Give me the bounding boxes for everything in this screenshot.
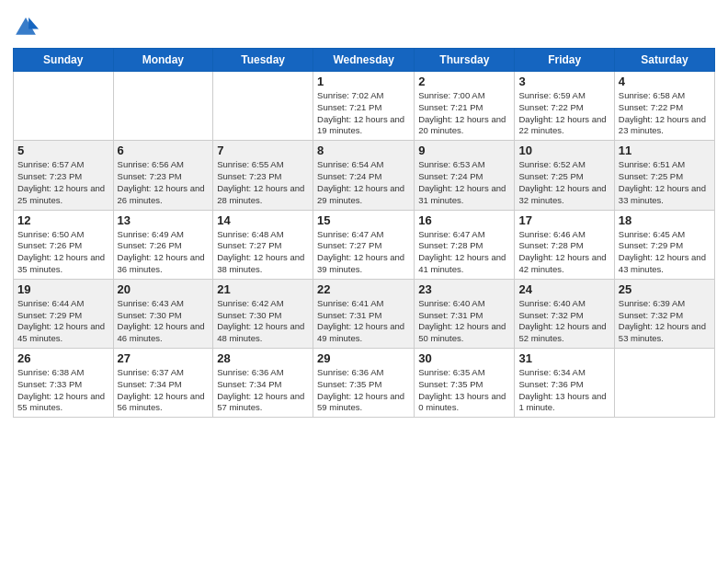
day-number: 2	[418, 75, 510, 88]
day-info: Sunrise: 6:58 AMSunset: 7:22 PMDaylight:…	[619, 90, 711, 137]
weekday-header-tuesday: Tuesday	[213, 49, 313, 72]
day-info: Sunrise: 6:51 AMSunset: 7:25 PMDaylight:…	[619, 159, 711, 206]
week-row-5: 26Sunrise: 6:38 AMSunset: 7:33 PMDayligh…	[14, 349, 715, 418]
empty-cell	[14, 72, 114, 141]
day-number: 18	[619, 213, 711, 227]
day-number: 3	[518, 75, 609, 88]
day-number: 4	[619, 75, 711, 88]
day-number: 16	[418, 213, 510, 227]
day-cell-22: 22Sunrise: 6:41 AMSunset: 7:31 PMDayligh…	[313, 279, 415, 348]
day-cell-26: 26Sunrise: 6:38 AMSunset: 7:33 PMDayligh…	[14, 349, 114, 418]
weekday-header-wednesday: Wednesday	[313, 49, 415, 72]
day-info: Sunrise: 6:42 AMSunset: 7:30 PMDaylight:…	[217, 298, 309, 345]
day-info: Sunrise: 7:00 AMSunset: 7:21 PMDaylight:…	[418, 90, 510, 137]
week-row-1: 1Sunrise: 7:02 AMSunset: 7:21 PMDaylight…	[14, 72, 715, 141]
day-info: Sunrise: 6:56 AMSunset: 7:23 PMDaylight:…	[118, 159, 210, 206]
calendar-table: SundayMondayTuesdayWednesdayThursdayFrid…	[13, 48, 715, 418]
day-number: 28	[217, 351, 309, 365]
day-number: 6	[118, 144, 210, 157]
day-cell-5: 5Sunrise: 6:57 AMSunset: 7:23 PMDaylight…	[14, 141, 114, 210]
day-cell-1: 1Sunrise: 7:02 AMSunset: 7:21 PMDaylight…	[313, 72, 415, 141]
day-cell-7: 7Sunrise: 6:55 AMSunset: 7:23 PMDaylight…	[213, 141, 313, 210]
day-cell-9: 9Sunrise: 6:53 AMSunset: 7:24 PMDaylight…	[415, 141, 515, 210]
day-info: Sunrise: 6:52 AMSunset: 7:25 PMDaylight:…	[518, 159, 609, 206]
weekday-header-monday: Monday	[113, 49, 213, 72]
day-number: 12	[17, 213, 109, 227]
empty-cell	[113, 72, 213, 141]
day-number: 15	[317, 213, 410, 227]
day-info: Sunrise: 7:02 AMSunset: 7:21 PMDaylight:…	[317, 90, 410, 137]
logo-icon	[13, 15, 39, 40]
day-number: 31	[518, 351, 609, 365]
week-row-2: 5Sunrise: 6:57 AMSunset: 7:23 PMDaylight…	[14, 141, 715, 210]
day-cell-10: 10Sunrise: 6:52 AMSunset: 7:25 PMDayligh…	[515, 141, 614, 210]
day-info: Sunrise: 6:34 AMSunset: 7:36 PMDaylight:…	[518, 367, 609, 414]
day-number: 13	[118, 213, 210, 227]
empty-cell	[614, 349, 714, 418]
day-info: Sunrise: 6:50 AMSunset: 7:26 PMDaylight:…	[17, 229, 109, 276]
day-info: Sunrise: 6:39 AMSunset: 7:32 PMDaylight:…	[619, 298, 711, 345]
day-info: Sunrise: 6:43 AMSunset: 7:30 PMDaylight:…	[118, 298, 210, 345]
day-cell-16: 16Sunrise: 6:47 AMSunset: 7:28 PMDayligh…	[415, 210, 515, 279]
logo	[13, 15, 42, 40]
day-info: Sunrise: 6:53 AMSunset: 7:24 PMDaylight:…	[418, 159, 510, 206]
day-cell-19: 19Sunrise: 6:44 AMSunset: 7:29 PMDayligh…	[14, 279, 114, 348]
day-number: 10	[518, 144, 609, 157]
day-info: Sunrise: 6:59 AMSunset: 7:22 PMDaylight:…	[518, 90, 609, 137]
week-row-4: 19Sunrise: 6:44 AMSunset: 7:29 PMDayligh…	[14, 279, 715, 348]
day-number: 30	[418, 351, 510, 365]
day-cell-18: 18Sunrise: 6:45 AMSunset: 7:29 PMDayligh…	[614, 210, 714, 279]
weekday-header-saturday: Saturday	[614, 49, 714, 72]
day-info: Sunrise: 6:55 AMSunset: 7:23 PMDaylight:…	[217, 159, 309, 206]
day-cell-30: 30Sunrise: 6:35 AMSunset: 7:35 PMDayligh…	[415, 349, 515, 418]
day-cell-24: 24Sunrise: 6:40 AMSunset: 7:32 PMDayligh…	[515, 279, 614, 348]
day-number: 9	[418, 144, 510, 157]
day-cell-17: 17Sunrise: 6:46 AMSunset: 7:28 PMDayligh…	[515, 210, 614, 279]
day-number: 11	[619, 144, 711, 157]
day-cell-14: 14Sunrise: 6:48 AMSunset: 7:27 PMDayligh…	[213, 210, 313, 279]
day-number: 14	[217, 213, 309, 227]
day-cell-27: 27Sunrise: 6:37 AMSunset: 7:34 PMDayligh…	[113, 349, 213, 418]
day-number: 19	[17, 282, 109, 296]
day-info: Sunrise: 6:35 AMSunset: 7:35 PMDaylight:…	[418, 367, 510, 414]
day-number: 25	[619, 282, 711, 296]
day-cell-4: 4Sunrise: 6:58 AMSunset: 7:22 PMDaylight…	[614, 72, 714, 141]
weekday-header-thursday: Thursday	[415, 49, 515, 72]
day-info: Sunrise: 6:40 AMSunset: 7:32 PMDaylight:…	[518, 298, 609, 345]
weekday-header-friday: Friday	[515, 49, 614, 72]
day-number: 7	[217, 144, 309, 157]
day-info: Sunrise: 6:44 AMSunset: 7:29 PMDaylight:…	[17, 298, 109, 345]
day-number: 24	[518, 282, 609, 296]
day-cell-12: 12Sunrise: 6:50 AMSunset: 7:26 PMDayligh…	[14, 210, 114, 279]
day-info: Sunrise: 6:36 AMSunset: 7:35 PMDaylight:…	[317, 367, 410, 414]
day-number: 20	[118, 282, 210, 296]
day-number: 23	[418, 282, 510, 296]
day-cell-28: 28Sunrise: 6:36 AMSunset: 7:34 PMDayligh…	[213, 349, 313, 418]
day-cell-25: 25Sunrise: 6:39 AMSunset: 7:32 PMDayligh…	[614, 279, 714, 348]
weekday-header-row: SundayMondayTuesdayWednesdayThursdayFrid…	[14, 49, 715, 72]
day-info: Sunrise: 6:40 AMSunset: 7:31 PMDaylight:…	[418, 298, 510, 345]
day-info: Sunrise: 6:38 AMSunset: 7:33 PMDaylight:…	[17, 367, 109, 414]
day-cell-3: 3Sunrise: 6:59 AMSunset: 7:22 PMDaylight…	[515, 72, 614, 141]
header	[13, 9, 715, 40]
day-number: 8	[317, 144, 410, 157]
day-number: 22	[317, 282, 410, 296]
day-info: Sunrise: 6:57 AMSunset: 7:23 PMDaylight:…	[17, 159, 109, 206]
day-number: 1	[317, 75, 410, 88]
empty-cell	[213, 72, 313, 141]
day-cell-20: 20Sunrise: 6:43 AMSunset: 7:30 PMDayligh…	[113, 279, 213, 348]
day-cell-13: 13Sunrise: 6:49 AMSunset: 7:26 PMDayligh…	[113, 210, 213, 279]
day-cell-15: 15Sunrise: 6:47 AMSunset: 7:27 PMDayligh…	[313, 210, 415, 279]
page: SundayMondayTuesdayWednesdayThursdayFrid…	[0, 0, 728, 563]
day-info: Sunrise: 6:36 AMSunset: 7:34 PMDaylight:…	[217, 367, 309, 414]
day-cell-29: 29Sunrise: 6:36 AMSunset: 7:35 PMDayligh…	[313, 349, 415, 418]
day-info: Sunrise: 6:54 AMSunset: 7:24 PMDaylight:…	[317, 159, 410, 206]
day-cell-8: 8Sunrise: 6:54 AMSunset: 7:24 PMDaylight…	[313, 141, 415, 210]
day-info: Sunrise: 6:48 AMSunset: 7:27 PMDaylight:…	[217, 229, 309, 276]
weekday-header-sunday: Sunday	[14, 49, 114, 72]
day-number: 29	[317, 351, 410, 365]
day-info: Sunrise: 6:46 AMSunset: 7:28 PMDaylight:…	[518, 229, 609, 276]
day-info: Sunrise: 6:47 AMSunset: 7:28 PMDaylight:…	[418, 229, 510, 276]
day-number: 27	[118, 351, 210, 365]
day-info: Sunrise: 6:45 AMSunset: 7:29 PMDaylight:…	[619, 229, 711, 276]
